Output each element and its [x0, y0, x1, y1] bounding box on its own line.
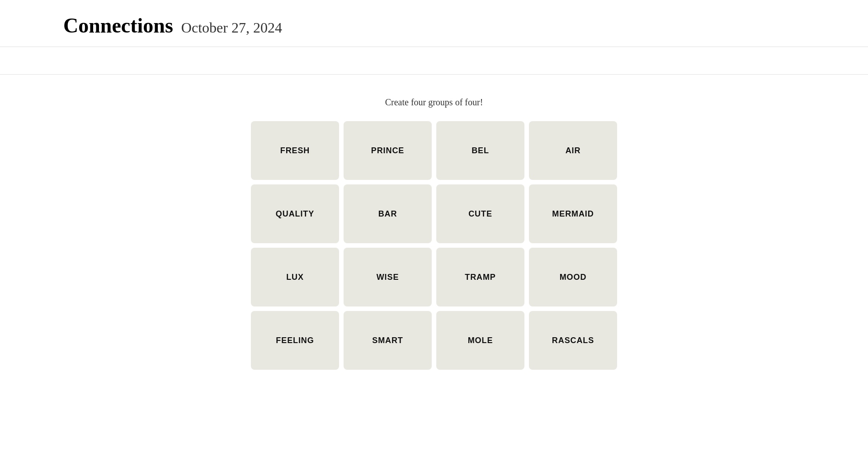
- tile-wise[interactable]: WISE: [344, 248, 432, 306]
- tile-fresh[interactable]: FRESH: [251, 121, 339, 180]
- subtitle: Create four groups of four!: [385, 97, 483, 108]
- tile-mood[interactable]: MOOD: [529, 248, 617, 306]
- tile-label-tramp: TRAMP: [465, 273, 496, 282]
- tile-prince[interactable]: PRINCE: [344, 121, 432, 180]
- tile-label-mole: MOLE: [468, 336, 493, 345]
- tile-label-quality: QUALITY: [276, 209, 314, 219]
- tile-mole[interactable]: MOLE: [436, 311, 524, 370]
- tiles-grid: FRESHPRINCEBELAIRQUALITYBARCUTEMERMAIDLU…: [251, 121, 617, 370]
- tile-label-prince: PRINCE: [371, 146, 404, 155]
- page-title: Connections: [63, 14, 173, 38]
- tile-label-cute: CUTE: [468, 209, 492, 219]
- tile-lux[interactable]: LUX: [251, 248, 339, 306]
- tile-smart[interactable]: SMART: [344, 311, 432, 370]
- tile-label-feeling: FEELING: [276, 336, 314, 345]
- tile-bar[interactable]: BAR: [344, 184, 432, 243]
- tile-quality[interactable]: QUALITY: [251, 184, 339, 243]
- tile-label-mermaid: MERMAID: [552, 209, 594, 219]
- tile-label-fresh: FRESH: [280, 146, 310, 155]
- tile-label-lux: LUX: [286, 273, 304, 282]
- tile-rascals[interactable]: RASCALS: [529, 311, 617, 370]
- tile-feeling[interactable]: FEELING: [251, 311, 339, 370]
- tile-label-wise: WISE: [377, 273, 399, 282]
- tile-mermaid[interactable]: MERMAID: [529, 184, 617, 243]
- tile-air[interactable]: AIR: [529, 121, 617, 180]
- tile-label-bel: BEL: [472, 146, 489, 155]
- tile-bel[interactable]: BEL: [436, 121, 524, 180]
- header-date: October 27, 2024: [181, 19, 282, 36]
- tile-cute[interactable]: CUTE: [436, 184, 524, 243]
- main-content: Create four groups of four! FRESHPRINCEB…: [0, 75, 868, 370]
- header: Connections October 27, 2024: [0, 0, 868, 47]
- tile-label-mood: MOOD: [560, 273, 587, 282]
- tile-label-rascals: RASCALS: [552, 336, 594, 345]
- tile-label-smart: SMART: [372, 336, 403, 345]
- tile-label-air: AIR: [566, 146, 581, 155]
- tile-tramp[interactable]: TRAMP: [436, 248, 524, 306]
- tile-label-bar: BAR: [378, 209, 397, 219]
